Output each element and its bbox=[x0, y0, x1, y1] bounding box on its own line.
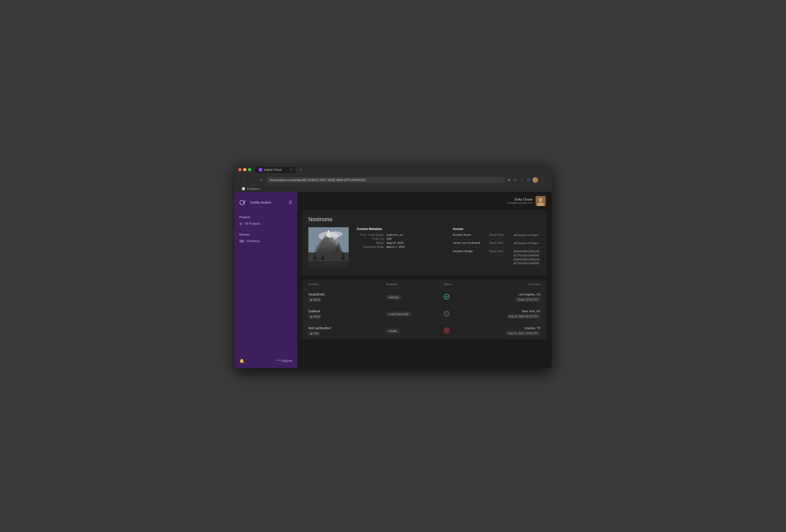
storage-icon-0: ▣ bbox=[310, 299, 313, 301]
metadata-row-1: Prod. Co: Z99 bbox=[357, 237, 445, 240]
metadata-label-2: Starts: bbox=[357, 241, 385, 244]
template-badge-1: onset-transcode bbox=[386, 311, 412, 317]
template-cell-0: edit-bay bbox=[386, 295, 444, 300]
user-avatar[interactable] bbox=[536, 196, 546, 206]
project-image bbox=[308, 227, 349, 268]
last-seen-cell-0: Los Angeles, US Today 12:03 UTC bbox=[483, 293, 541, 302]
sidebar-item-inventory[interactable]: ⌨ Inventory bbox=[234, 237, 297, 245]
devices-section-label: Devices bbox=[234, 231, 297, 237]
refresh-button[interactable]: ↻ bbox=[258, 177, 264, 183]
status-cell-2 bbox=[444, 328, 483, 334]
metadata-label-3: Estimated Wrap: bbox=[357, 245, 385, 248]
metadata-value-1: Z99 bbox=[387, 237, 392, 240]
device-badge-1: ▣ 48TB bbox=[308, 315, 321, 319]
access-user-2: Stephen Wright bbox=[453, 250, 485, 253]
sidebar-section-devices: Devices ⌨ Inventory bbox=[234, 230, 297, 247]
col-header-status: Status bbox=[444, 283, 483, 286]
tabs-row: i iodyne Cloud ✕ + bbox=[238, 166, 548, 173]
tab-title: iodyne Cloud bbox=[264, 168, 281, 171]
col-header-last-seen: Last Seen bbox=[483, 283, 541, 286]
user-name: Erika Chase bbox=[507, 198, 533, 201]
back-button[interactable]: ← bbox=[241, 177, 248, 183]
profile-avatar[interactable] bbox=[533, 177, 538, 183]
metadata-value-2: Aug 24, 2024 bbox=[387, 241, 403, 244]
iodyne-cloud-text: cloud iodyne bbox=[276, 359, 292, 363]
browser-window: i iodyne Cloud ✕ + ← → ↻ ⊕ 🛡 ⬚ 🛡 ⋮ bbox=[234, 164, 552, 368]
close-button[interactable] bbox=[238, 168, 241, 171]
project-details: Custom Metadata Prod. Code Name: nostrom… bbox=[308, 227, 540, 270]
table-header: Devices Template Status Last Seen bbox=[302, 280, 547, 289]
access-section: Access Annette Bravo Read Write All Devi… bbox=[453, 227, 540, 270]
access-user-0: Annette Bravo bbox=[453, 233, 485, 236]
user-email: erika@example.com bbox=[507, 201, 533, 204]
url-bar[interactable] bbox=[267, 177, 504, 183]
access-title: Access bbox=[453, 227, 540, 231]
table-row-0: StudioEdit1 ▣ 48TB edit-bay bbox=[302, 289, 547, 306]
sidebar-bottom: 🔔 cloud iodyne bbox=[234, 353, 297, 368]
project-metadata: Custom Metadata Prod. Code Name: nostrom… bbox=[357, 227, 445, 270]
device-name-1: Dailies4 bbox=[308, 309, 386, 313]
logo-mark: fluidity studios bbox=[239, 198, 271, 207]
access-level-0: Read Write bbox=[489, 233, 510, 236]
devices-table: Devices Template Status Last Seen Studio… bbox=[302, 280, 547, 339]
extension-icon-4[interactable]: 🛡 bbox=[526, 178, 531, 183]
last-seen-time-0: Today 12:03 UTC bbox=[515, 297, 540, 302]
extension-icon-1[interactable]: ⊕ bbox=[506, 178, 511, 183]
extensions-bar: 📄 Instapaper bbox=[238, 185, 548, 192]
user-info: Erika Chase erika@example.com bbox=[507, 198, 533, 204]
metadata-title: Custom Metadata bbox=[357, 227, 445, 231]
status-cell-0 bbox=[444, 294, 483, 301]
new-tab-button[interactable]: + bbox=[298, 166, 304, 173]
notification-bell-icon[interactable]: 🔔 bbox=[239, 358, 245, 363]
template-cell-2: shuttle bbox=[386, 328, 444, 333]
instapaper-label: Instapaper bbox=[247, 187, 260, 190]
access-level-1: Read Only bbox=[489, 241, 510, 244]
metadata-label-0: Prod. Code Name: bbox=[357, 233, 385, 236]
hamburger-menu[interactable]: ☰ bbox=[289, 200, 292, 205]
extension-icon-3[interactable]: ⬚ bbox=[519, 178, 525, 183]
mountain-image bbox=[308, 227, 349, 268]
access-scope-2: 8DB4F306C204AC0C-BC7F54-B514040000 6DB4F… bbox=[514, 250, 540, 265]
forward-button[interactable]: → bbox=[250, 177, 256, 183]
metadata-value-0: nostromo_ex bbox=[387, 233, 403, 236]
maximize-button[interactable] bbox=[248, 168, 251, 171]
last-seen-location-1: New York, NY bbox=[483, 309, 541, 313]
sidebar-logo-area: fluidity studios ☰ bbox=[234, 192, 297, 212]
status-ok-icon bbox=[444, 294, 449, 301]
status-unknown-icon: ? bbox=[444, 311, 449, 318]
keyboard-icon: ⌨ bbox=[239, 239, 244, 243]
browser-toolbar: ← → ↻ ⊕ 🛡 ⬚ 🛡 ⋮ bbox=[238, 175, 548, 185]
user-avatar-image bbox=[536, 196, 546, 206]
device-name-2: MoCapShuttleC bbox=[308, 326, 386, 330]
template-cell-1: onset-transcode bbox=[386, 311, 444, 317]
template-badge-2: shuttle bbox=[386, 328, 400, 333]
sidebar-section-projects: Projects ⊞ All Projects bbox=[234, 212, 297, 230]
traffic-lights bbox=[238, 168, 251, 171]
logo-text: fluidity studios bbox=[250, 201, 271, 205]
metadata-row-3: Estimated Wrap: March 1, 2025 bbox=[357, 245, 445, 248]
inventory-label: Inventory bbox=[247, 239, 259, 243]
active-tab[interactable]: i iodyne Cloud ✕ bbox=[255, 166, 296, 173]
access-level-2: Read Only bbox=[489, 250, 510, 253]
last-seen-cell-1: New York, NY Aug 14, 2024 20:19 UTC bbox=[483, 309, 541, 319]
svg-text:?: ? bbox=[446, 312, 448, 316]
tab-favicon: i bbox=[259, 168, 262, 171]
sidebar-item-all-projects[interactable]: ⊞ All Projects bbox=[234, 220, 297, 228]
tab-close-button[interactable]: ✕ bbox=[290, 168, 292, 171]
last-seen-time-2: Aug 23, 2024, 13:04 UTC bbox=[506, 331, 540, 336]
projects-section-label: Projects bbox=[234, 214, 297, 220]
last-seen-location-2: Istanbul, TR bbox=[483, 326, 541, 330]
table-row-1: Dailies4 ▣ 48TB onset-transcode bbox=[302, 306, 547, 323]
browser-menu-button[interactable]: ⋮ bbox=[540, 178, 545, 183]
device-badge-2: ▣ 4TB bbox=[308, 331, 320, 336]
sidebar: fluidity studios ☰ Projects ⊞ All Projec… bbox=[234, 192, 297, 368]
access-row-1: Jamie Lee Ferdinand Read Only All Device… bbox=[453, 241, 540, 248]
minimize-button[interactable] bbox=[243, 168, 246, 171]
table-row-2: MoCapShuttleC ▣ 4TB shuttle bbox=[302, 323, 547, 339]
device-name-cell-0: StudioEdit1 ▣ 48TB bbox=[308, 293, 386, 302]
instapaper-icon: 📄 bbox=[241, 187, 246, 191]
access-scope-1: All Devices in Project bbox=[514, 241, 539, 245]
access-scope-0: All Devices in Project bbox=[514, 233, 539, 237]
all-projects-label: All Projects bbox=[245, 222, 260, 226]
extension-icon-2[interactable]: 🛡 bbox=[513, 178, 518, 183]
